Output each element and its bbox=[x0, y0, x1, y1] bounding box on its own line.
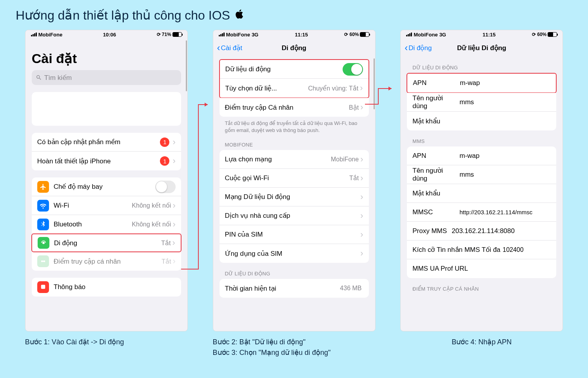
row-username[interactable]: Tên người dùngmms bbox=[407, 93, 556, 112]
chevron-left-icon: ‹ bbox=[405, 43, 408, 52]
chevron-right-icon: › bbox=[172, 238, 175, 248]
bluetooth-icon bbox=[37, 219, 49, 230]
row-finish-setup[interactable]: Hoàn tất thiết lập iPhone 1 › bbox=[32, 152, 181, 170]
row-wifi-calling[interactable]: Cuộc gọi Wi-FiTắt› bbox=[220, 169, 369, 188]
back-button[interactable]: ‹Cài đặt bbox=[217, 43, 242, 52]
chevron-left-icon: ‹ bbox=[217, 43, 220, 52]
back-button[interactable]: ‹Di động bbox=[405, 43, 432, 52]
airplane-toggle[interactable] bbox=[155, 181, 176, 193]
phone-cellular: MobiFone 3G 11:15 ⟳60% ‹Cài đặt Di động … bbox=[213, 30, 376, 331]
section-mobifone: MOBIFONE bbox=[225, 142, 369, 148]
chevron-right-icon: › bbox=[172, 156, 175, 166]
section-mms: MMS bbox=[412, 138, 556, 144]
badge-icon: 1 bbox=[160, 156, 169, 166]
row-mms-apn[interactable]: APNm-wap bbox=[407, 146, 556, 165]
chevron-right-icon: › bbox=[172, 201, 175, 211]
cellular-icon bbox=[38, 237, 49, 249]
battery-icon bbox=[548, 32, 557, 37]
status-bar: MobiFone 3G 11:15 ⟳60% bbox=[401, 30, 563, 39]
phone-settings: MobiFone 10:06 ⟳71% Cài đặt Tìm kiếm Có … bbox=[25, 30, 188, 331]
signal-icon bbox=[31, 33, 37, 36]
row-apn[interactable]: APNm-wap bbox=[407, 74, 556, 92]
caption-step1: Bước 1: Vào Cài đặt -> Di động bbox=[25, 337, 188, 347]
row-cellular-data[interactable]: Dữ liệu di động bbox=[220, 60, 368, 79]
chevron-right-icon: › bbox=[172, 256, 175, 266]
row-cellular[interactable]: Di động Tắt › bbox=[31, 233, 181, 252]
section-cellular-data: DỮ LIỆU DI ĐỘNG bbox=[412, 65, 556, 71]
chevron-right-icon: › bbox=[360, 83, 363, 93]
status-bar: MobiFone 3G 11:15 ⟳60% bbox=[213, 30, 375, 39]
chevron-right-icon: › bbox=[360, 154, 363, 165]
row-hotspot[interactable]: Điểm truy cập cá nhân Tắt › bbox=[32, 252, 181, 271]
notifications-icon bbox=[37, 281, 49, 293]
row-mms-password[interactable]: Mật khẩu bbox=[407, 184, 556, 203]
page-title-text: Hướng dẫn thiết lập thủ công cho IOS bbox=[16, 8, 230, 23]
status-time: 11:15 bbox=[483, 32, 495, 38]
cellular-data-toggle[interactable] bbox=[343, 63, 363, 76]
status-time: 11:15 bbox=[295, 32, 308, 38]
section-hotspot: ĐIỂM TRUY CẬP CÁ NHÂN bbox=[412, 286, 556, 292]
row-mms-maxsize[interactable]: Kích cỡ Tin nhắn MMS Tối đa102400 bbox=[407, 241, 556, 259]
search-icon bbox=[36, 74, 42, 81]
caption-step2: Bước 2: Bật "Dữ liệu di động" Bước 3: Ch… bbox=[213, 337, 376, 358]
apple-id-card[interactable] bbox=[32, 92, 181, 126]
hotspot-icon bbox=[37, 255, 49, 267]
section-data-usage: DỮ LIỆU DI ĐỘNG bbox=[225, 271, 369, 277]
svg-rect-4 bbox=[41, 285, 45, 289]
signal-icon bbox=[406, 33, 412, 36]
row-sim-pin[interactable]: PIN của SIM› bbox=[220, 225, 369, 244]
battery-icon bbox=[172, 32, 182, 37]
carrier-label: MobiFone bbox=[38, 32, 62, 38]
row-bluetooth[interactable]: Bluetooth Không kết nối › bbox=[32, 215, 181, 234]
row-wifi[interactable]: Wi-Fi Không kết nối › bbox=[32, 196, 181, 215]
battery-icon bbox=[360, 32, 369, 37]
row-software-update[interactable]: Có bản cập nhật phần mềm 1 › bbox=[32, 133, 181, 152]
row-mms-uaprof[interactable]: MMS UA Prof URL bbox=[407, 259, 556, 278]
chevron-right-icon: › bbox=[172, 219, 175, 230]
badge-icon: 1 bbox=[160, 137, 169, 147]
svg-point-0 bbox=[43, 242, 44, 244]
search-input[interactable]: Tìm kiếm bbox=[32, 70, 181, 85]
apn-input[interactable]: m-wap bbox=[460, 79, 480, 87]
chevron-right-icon: › bbox=[360, 102, 363, 112]
data-description: Tắt dữ liệu di động để truyền tất cả dữ … bbox=[225, 120, 363, 134]
phone-apn: MobiFone 3G 11:15 ⟳60% ‹Di động Dữ liệu … bbox=[400, 30, 563, 331]
row-notifications[interactable]: Thông báo bbox=[32, 278, 181, 297]
status-bar: MobiFone 10:06 ⟳71% bbox=[25, 30, 187, 39]
wifi-icon bbox=[37, 200, 49, 212]
row-network-selection[interactable]: Lựa chọn mạngMobiFone› bbox=[220, 150, 369, 169]
row-personal-hotspot[interactable]: Điểm truy cập Cá nhân Bật › bbox=[220, 98, 369, 117]
chevron-right-icon: › bbox=[360, 230, 363, 240]
search-placeholder: Tìm kiếm bbox=[44, 74, 72, 82]
row-current-period[interactable]: Thời gian hiện tại436 MB bbox=[220, 279, 369, 298]
chevron-right-icon: › bbox=[360, 192, 363, 202]
row-data-network[interactable]: Mạng Dữ liệu Di động› bbox=[220, 188, 369, 206]
row-mms-proxy[interactable]: Proxy MMS203.162.21.114:8080 bbox=[407, 222, 556, 241]
caption-step4: Bước 4: Nhập APN bbox=[400, 337, 563, 347]
scroll-indicator[interactable] bbox=[186, 40, 187, 91]
nav-bar: ‹Cài đặt Di động bbox=[213, 39, 375, 57]
row-sim-apps[interactable]: Ứng dụng của SIM› bbox=[220, 244, 369, 263]
row-carrier-services[interactable]: Dịch vụ nhà cung cấp› bbox=[220, 206, 369, 225]
row-airplane[interactable]: Chế độ máy bay bbox=[32, 177, 181, 196]
row-data-options[interactable]: Tùy chọn dữ liệ... Chuyển vùng: Tắt › bbox=[220, 79, 368, 98]
chevron-right-icon: › bbox=[360, 173, 363, 183]
scroll-indicator[interactable] bbox=[374, 58, 375, 109]
chevron-right-icon: › bbox=[360, 248, 363, 259]
battery-pct: 71% bbox=[162, 32, 171, 37]
svg-rect-3 bbox=[42, 261, 44, 262]
row-password[interactable]: Mật khẩu bbox=[407, 112, 556, 130]
apple-icon bbox=[234, 8, 245, 23]
page-title: Hướng dẫn thiết lập thủ công cho IOS bbox=[16, 8, 572, 23]
status-time: 10:06 bbox=[103, 32, 116, 38]
signal-icon bbox=[219, 33, 225, 36]
chevron-right-icon: › bbox=[172, 137, 175, 147]
airplane-icon bbox=[37, 181, 49, 193]
row-mms-username[interactable]: Tên người dùngmms bbox=[407, 165, 556, 184]
username-input[interactable]: mms bbox=[459, 98, 474, 106]
settings-title: Cài đặt bbox=[32, 51, 181, 66]
chevron-right-icon: › bbox=[360, 211, 363, 221]
row-mmsc[interactable]: MMSChttp://203.162.21.114/mmsc bbox=[407, 203, 556, 222]
nav-bar: ‹Di động Dữ liệu Di động bbox=[401, 39, 563, 57]
